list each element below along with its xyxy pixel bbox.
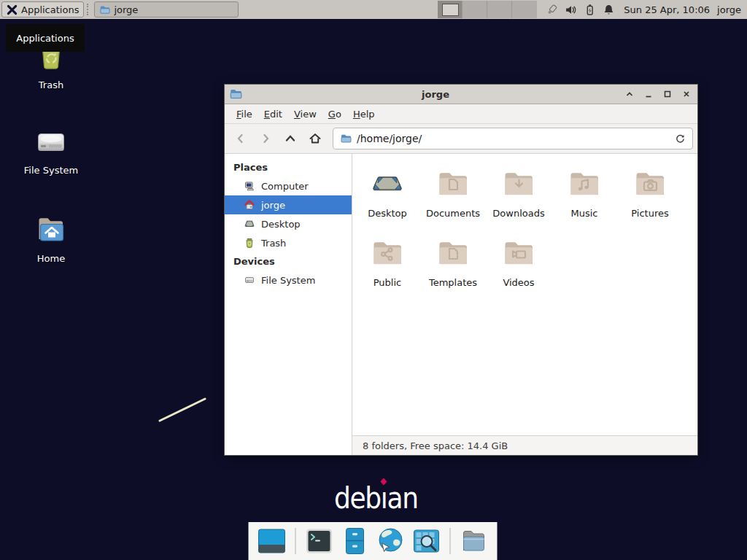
forward-button[interactable] [254,128,277,149]
logo-i: ı [381,481,387,515]
menu-edit[interactable]: Edit [258,106,288,122]
clock[interactable]: Sun 25 Apr, 10:06 [624,4,710,15]
window-controls [624,89,692,99]
workspace-4[interactable] [512,1,537,18]
workspace-2[interactable] [462,1,487,18]
directory-menu-icon [460,526,489,556]
menu-file[interactable]: File [231,106,258,122]
dock-separator [295,528,296,554]
battery-charging-icon[interactable] [584,4,596,16]
web-browser-icon [376,526,406,556]
show-desktop-icon [258,526,287,556]
menu-view[interactable]: View [288,106,322,122]
dock-directory-menu-button[interactable] [460,526,489,556]
user-home-icon [244,199,255,211]
top-panel: Applications jorge Sun 25 Apr, 10:06 jor… [0,0,747,19]
dock-separator [450,528,451,554]
back-button[interactable] [229,128,252,149]
file-grid: DesktopDocumentsDownloadsMusicPicturesPu… [352,154,697,435]
window-content: PlacesComputerjorgeDesktopTrashDevicesFi… [225,154,697,455]
path-folder-icon [340,133,352,144]
desktop-mini-icon [244,218,255,230]
file-label: Downloads [486,208,551,219]
file-label: Public [355,277,420,288]
workspace-3[interactable] [487,1,512,18]
close-button[interactable] [681,89,692,99]
sidebar-item-label: Trash [261,238,286,249]
sidebar-item-label: jorge [261,200,285,211]
dock-terminal-button[interactable] [305,526,334,556]
sidebar-item-desktop[interactable]: Desktop [225,214,352,233]
trash-mini-icon [244,237,255,249]
reload-button[interactable] [675,133,686,144]
sidebar: PlacesComputerjorgeDesktopTrashDevicesFi… [225,154,352,455]
system-tray [546,4,615,16]
desktop-icon-home[interactable]: Home [18,213,85,264]
main-pane: DesktopDocumentsDownloadsMusicPicturesPu… [352,154,697,455]
file-videos[interactable]: Videos [486,235,551,304]
sidebar-item-jorge[interactable]: jorge [225,195,352,214]
sidebar-item-file-system[interactable]: File System [225,271,352,289]
volume-icon[interactable] [565,4,577,16]
taskbar-window-button[interactable]: jorge [94,1,239,18]
file-desktop[interactable]: Desktop [355,166,420,235]
dock [249,522,498,560]
removable-device-icon[interactable] [546,4,558,16]
file-label: Documents [420,208,486,219]
desktop-icon-file-system[interactable]: File System [18,125,85,176]
dock-file-manager-button[interactable] [341,526,370,556]
workspace-1[interactable] [438,1,462,18]
file-manager-icon [341,526,370,556]
file-public[interactable]: Public [355,235,420,304]
dock-show-desktop-button[interactable] [258,526,287,556]
terminal-icon [305,526,334,556]
status-text: 8 folders, Free space: 14.4 GiB [363,440,508,451]
applications-menu-button[interactable]: Applications [1,1,84,18]
file-manager-window: jorge FileEditViewGoHelp /home/jorge/ [224,84,698,456]
window-title: jorge [247,89,624,100]
workspace-switcher [438,1,537,18]
file-templates[interactable]: Templates [420,235,486,304]
file-pictures[interactable]: Pictures [617,166,683,235]
desktop-icon [370,166,405,202]
folder-public-icon [370,235,405,271]
maximize-button[interactable] [662,89,673,99]
sidebar-item-label: Computer [261,181,309,192]
dock-app-finder-button[interactable] [412,526,441,556]
up-button[interactable] [279,128,302,149]
sidebar-header-places: Places [225,158,352,176]
file-label: Templates [420,277,486,288]
notifications-icon[interactable] [603,4,615,16]
window-folder-icon [229,88,242,101]
tasklist-handle [87,4,91,15]
menu-help[interactable]: Help [347,106,381,122]
file-documents[interactable]: Documents [420,166,486,235]
statusbar: 8 folders, Free space: 14.4 GiB [352,435,697,455]
menu-go[interactable]: Go [322,106,347,122]
logo-dot [380,478,387,486]
xfce-logo-icon [7,4,18,15]
folder-pictures-icon [632,166,667,202]
location-bar[interactable]: /home/jorge/ [333,128,693,149]
sidebar-item-label: File System [261,275,315,286]
workspace-window-preview [442,4,459,16]
file-music[interactable]: Music [551,166,617,235]
file-downloads[interactable]: Downloads [486,166,551,235]
username-label: jorge [717,4,741,15]
desktop-icon-label: File System [18,165,85,176]
computer-icon [244,180,255,192]
sidebar-item-trash[interactable]: Trash [225,233,352,252]
minimize-button[interactable] [643,89,654,99]
folder-videos-icon [501,235,536,271]
file-label: Desktop [355,208,420,219]
folder-music-icon [567,166,602,202]
titlebar[interactable]: jorge [225,85,697,104]
dock-web-browser-button[interactable] [376,526,406,556]
shade-button[interactable] [624,89,635,99]
drive-big-icon [34,125,69,160]
sidebar-header-devices: Devices [225,252,352,271]
sidebar-item-computer[interactable]: Computer [225,176,352,195]
home-button[interactable] [303,128,327,149]
folder-documents-icon [436,166,471,202]
file-label: Music [551,208,617,219]
